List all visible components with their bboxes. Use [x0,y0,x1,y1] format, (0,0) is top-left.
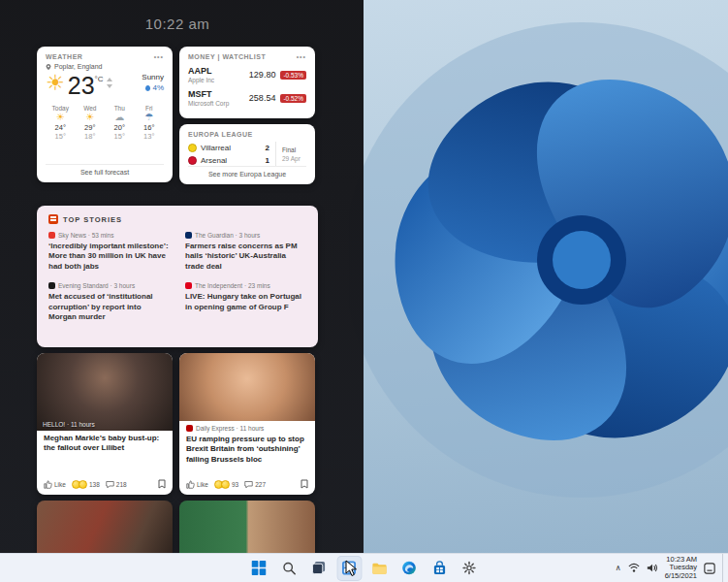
widgets-button[interactable] [336,556,362,581]
comment-count[interactable]: 227 [244,480,266,489]
stock-row[interactable]: MSFT Microsoft Corp 258.54 -0.52% [188,89,306,107]
stock-row[interactable]: AAPL Apple Inc 129.80 -0.53% [188,66,306,83]
arsenal-badge-icon [188,156,197,165]
location-pin-icon [46,64,51,70]
match-date: 29 Apr [282,155,306,162]
folder-icon [371,562,387,575]
news-headline[interactable]: Meghan Markle’s baby bust-up: the fallou… [37,431,173,454]
news-card[interactable]: HELLO! · 11 hours Meghan Markle’s baby b… [37,353,173,495]
forecast-day: Thu ☁ 20° 15° [105,105,135,141]
reaction-count[interactable]: 138 [72,480,100,489]
edge-icon [402,561,417,575]
bookmark-icon[interactable] [301,479,308,489]
see-full-forecast-link[interactable]: See full forecast [46,164,164,176]
show-desktop-strip[interactable] [722,554,725,582]
sun-icon: ☀ [46,73,65,94]
tray-clock[interactable]: 10:23 AM Tuesday 6/15/2021 [665,556,697,581]
comment-icon [106,480,114,489]
settings-button[interactable] [457,556,482,581]
search-button[interactable] [276,556,301,581]
bookmark-icon[interactable] [158,479,166,489]
match-status: Final [282,146,306,153]
notification-center-icon[interactable] [704,563,715,574]
story-item[interactable]: Sky News · 53 mins ‘Incredibly important… [48,232,170,272]
top-stories-icon [48,214,58,224]
top-stories-widget[interactable]: TOP STORIES Sky News · 53 mins ‘Incredib… [37,206,318,347]
widgets-icon [342,561,357,575]
home-team-score: 2 [266,144,269,152]
story-item[interactable]: Evening Standard · 3 hours Met accused o… [48,282,170,322]
sky-news-icon [48,232,55,239]
story-item[interactable]: The Guardian · 3 hours Farmers raise con… [185,232,306,272]
stock-company: Apple Inc [188,77,214,83]
news-card[interactable]: Daily Express · 11 hours EU ramping pres… [179,353,315,495]
story-headline[interactable]: Farmers raise concerns as PM hails ‘hist… [185,242,306,272]
like-button[interactable]: Like [44,480,66,489]
news-source: HELLO! · 11 hours [43,421,95,428]
stock-company: Microsoft Corp [188,100,229,107]
forecast-day: Wed ☀ 29° 18° [76,105,106,141]
story-headline[interactable]: Met accused of ‘institutional corruption… [48,292,170,322]
stock-symbol: MSFT [188,89,229,99]
volume-icon[interactable] [647,563,658,573]
reaction-count[interactable]: 93 [214,480,238,489]
edge-browser-button[interactable] [396,556,422,581]
task-view-icon [312,561,327,575]
temp-unit: °C [95,75,104,83]
news-source: Daily Express · 11 hours [196,425,264,432]
stock-price: 258.54 [249,93,276,103]
stock-change-badge: -0.53% [280,71,306,80]
story-headline[interactable]: ‘Incredibly important milestone’: More t… [48,242,170,272]
sports-title: EUROPA LEAGUE [188,131,253,138]
hidden-icons-chevron[interactable]: ∧ [616,564,621,572]
raindrop-icon [145,85,150,91]
start-button[interactable] [246,556,271,581]
file-explorer-button[interactable] [366,556,392,581]
precip-chance: 4% [152,83,164,92]
sports-widget[interactable]: EUROPA LEAGUE Villarreal 2 Arsenal 1 [179,124,315,184]
store-button[interactable] [427,556,452,581]
match-result[interactable]: Villarreal 2 Arsenal 1 Final 29 Apr [188,142,306,166]
news-photo[interactable] [179,353,315,421]
bloom-wallpaper-art [349,0,728,553]
see-more-europa-league-link[interactable]: See more Europa League [188,166,306,178]
temp-down-arrow-icon [107,84,112,88]
home-team-name: Villarreal [201,144,231,152]
network-wifi-icon[interactable] [628,563,640,573]
story-headline[interactable]: LIVE: Hungary take on Portugal in openin… [185,292,306,312]
money-widget[interactable]: MONEY | WATCHLIST ••• AAPL Apple Inc 129… [179,47,315,118]
money-title: MONEY | WATCHLIST [188,53,266,60]
desktop: 10:22 am WEATHER ••• Poplar, England ☀ 2… [0,0,728,582]
thumbs-up-icon [44,480,52,489]
independent-icon [185,282,192,289]
villarreal-badge-icon [188,144,197,152]
money-more-options-button[interactable]: ••• [297,53,306,60]
comment-count[interactable]: 218 [106,480,127,489]
gear-icon [462,561,477,575]
news-card[interactable] [37,501,173,553]
reaction-emoji-icon [221,480,230,489]
story-item[interactable]: The Independent · 23 mins LIVE: Hungary … [185,282,306,322]
weather-widget[interactable]: WEATHER ••• Poplar, England ☀ 23 °C [37,47,173,182]
current-temp: 23 [68,73,95,98]
away-team-name: Arsenal [201,156,227,165]
forecast-day: Fri ☂ 16° 13° [135,105,165,141]
news-headline[interactable]: EU ramping pressure up to stop Brexit Br… [179,432,315,465]
sun-icon: ☀ [46,112,76,123]
weather-condition: Sunny [142,73,164,81]
taskbar: ∧ 10:23 AM Tuesday 6/15/2021 [0,553,728,582]
thumbs-up-icon [186,480,195,489]
news-photo[interactable]: HELLO! · 11 hours [37,353,173,431]
news-card[interactable] [179,501,315,553]
sun-icon: ☀ [76,112,106,123]
widgets-panel: 10:22 am WEATHER ••• Poplar, England ☀ 2… [0,0,364,553]
weather-more-options-button[interactable]: ••• [154,53,164,60]
task-view-button[interactable] [306,556,332,581]
stock-change-badge: -0.52% [280,94,306,103]
guardian-icon [185,232,192,239]
stock-symbol: AAPL [188,66,214,76]
weather-location: Poplar, England [54,63,102,70]
search-icon [282,562,296,575]
store-bag-icon [432,561,446,575]
like-button[interactable]: Like [186,480,208,489]
